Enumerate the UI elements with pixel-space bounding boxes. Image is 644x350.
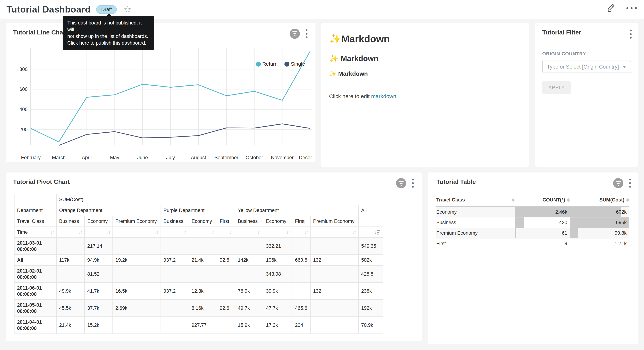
table-row: First91.71k xyxy=(436,238,629,249)
pivot-cell: 465.6 xyxy=(292,300,310,317)
travel-class-cell: Economy xyxy=(436,207,515,218)
column-header-count[interactable]: COUNT(*) xyxy=(515,194,570,207)
markdown-edit-link[interactable]: markdown xyxy=(371,93,396,99)
sort-icon[interactable] xyxy=(567,198,570,202)
filter-indicator-icon[interactable] xyxy=(396,178,406,188)
table-row: Premium Economy6199.8k xyxy=(436,228,629,238)
pivot-sort-cell[interactable]: ↓↑ xyxy=(84,227,113,238)
draft-tooltip: This dashboard is not published, it will… xyxy=(62,16,154,50)
pivot-travel-class-col: Premium Economy xyxy=(310,216,358,227)
pivot-cell: 70.9k xyxy=(358,317,383,334)
svg-text:June: June xyxy=(137,155,148,160)
pivot-cell: 343.98 xyxy=(263,266,292,282)
sort-icon[interactable]: ↓↑ xyxy=(304,229,308,235)
table-kebab-menu-icon[interactable] xyxy=(628,178,632,188)
table-row: Economy2.46k602k xyxy=(436,207,629,218)
travel-class-cell: First xyxy=(436,238,515,249)
pivot-sort-cell[interactable]: ↓↑ xyxy=(263,227,292,238)
svg-text:April: April xyxy=(82,155,92,160)
pivot-travel-class-col: Business xyxy=(161,216,189,227)
sort-descending-icon[interactable]: ↓ xyxy=(374,230,380,235)
svg-text:March: March xyxy=(52,155,66,160)
pivot-column-group: Purple Department xyxy=(161,205,235,216)
tooltip-line: This dashboard is not published, it will xyxy=(67,20,149,33)
pivot-column-group: Yellow Department xyxy=(235,205,358,216)
filter-kebab-menu-icon[interactable] xyxy=(629,29,633,39)
pivot-sort-cell[interactable]: ↓↑ xyxy=(292,227,310,238)
origin-country-select[interactable]: Type or Select [Origin Country] xyxy=(542,60,631,73)
pivot-cell: 937.2 xyxy=(161,282,189,300)
markdown-h2: ✨ Markdown xyxy=(329,54,521,63)
edit-pencil-icon[interactable] xyxy=(606,3,616,13)
pivot-row-header: 2011-04-01 00:00:00 xyxy=(14,317,56,334)
pivot-cell xyxy=(235,266,263,282)
svg-text:July: July xyxy=(166,155,175,160)
apply-button[interactable]: APPLY xyxy=(542,81,571,94)
svg-text:October: October xyxy=(246,155,263,160)
sort-icon[interactable]: ↓↑ xyxy=(286,229,290,235)
pivot-travel-class-col: First xyxy=(217,216,235,227)
column-header-travel-class[interactable]: Travel Class xyxy=(436,194,515,207)
svg-text:September: September xyxy=(214,155,238,160)
pivot-row-header: 2011-03-01 00:00:00 xyxy=(14,238,56,254)
pivot-cell: 117k xyxy=(56,254,84,266)
pivot-travel-class-col: Business xyxy=(56,216,84,227)
sort-icon[interactable]: ↓↑ xyxy=(211,229,214,235)
pivot-sort-cell[interactable]: ↓↑ xyxy=(217,227,235,238)
sort-icon[interactable]: ↓↑ xyxy=(257,229,260,235)
sort-icon[interactable]: ↓↑ xyxy=(352,229,356,235)
line-chart-plot[interactable]: 200400600800FebruaryMarchAprilMayJuneJul… xyxy=(11,46,312,162)
pivot-cell: 2.69k xyxy=(113,300,161,317)
pivot-sort-cell[interactable]: ↓↑ xyxy=(161,227,189,238)
svg-text:800: 800 xyxy=(20,66,28,72)
pivot-cell xyxy=(161,300,189,317)
pivot-row-header: 2011-05-01 00:00:00 xyxy=(14,300,56,317)
tooltip-line: Click here to publish this dashboard. xyxy=(67,40,149,46)
tooltip-line: not show up in the list of dashboards. xyxy=(67,33,149,40)
filter-card: Tutorial Filter ORIGIN COUNTRY Type or S… xyxy=(535,23,638,167)
line-chart-kebab-menu-icon[interactable] xyxy=(304,28,308,39)
svg-text:600: 600 xyxy=(20,86,28,92)
sum-cost-cell: 99.8k xyxy=(570,228,629,238)
pivot-cell xyxy=(113,238,161,254)
sort-icon[interactable]: ↓↑ xyxy=(78,229,82,235)
pivot-cell: 132 xyxy=(310,254,358,266)
sort-icon[interactable]: ↓↑ xyxy=(107,229,110,235)
sort-icon[interactable] xyxy=(626,198,629,202)
sort-icon[interactable]: ↓↑ xyxy=(183,229,186,235)
pivot-sort-cell[interactable]: ↓↑ xyxy=(310,227,358,238)
pivot-cell: 76.9k xyxy=(235,282,263,300)
sort-icon[interactable] xyxy=(512,198,515,202)
pivot-cell: 669.6 xyxy=(292,254,310,266)
pivot-sort-cell[interactable]: ↓↑ xyxy=(113,227,161,238)
markdown-paragraph: Click here to edit markdown xyxy=(329,93,521,100)
pivot-column-group: All xyxy=(358,205,383,216)
count-cell: 9 xyxy=(515,238,570,249)
pivot-kebab-menu-icon[interactable] xyxy=(411,178,415,188)
filter-indicator-icon[interactable] xyxy=(290,29,300,39)
sort-icon[interactable]: ↓↑ xyxy=(50,229,54,235)
pivot-cell xyxy=(56,238,84,254)
pivot-cell xyxy=(161,238,189,254)
pivot-cell: 41.7k xyxy=(84,282,113,300)
pivot-cell: 21.4k xyxy=(189,254,217,266)
sort-icon[interactable]: ↓↑ xyxy=(155,229,158,235)
sort-icon[interactable]: ↓↑ xyxy=(229,229,232,235)
pivot-cell: 92.6 xyxy=(217,254,235,266)
pivot-cell xyxy=(310,266,358,282)
pivot-cell: 12.3k xyxy=(189,282,217,300)
pivot-cell xyxy=(189,266,217,282)
status-badge[interactable]: Draft xyxy=(96,5,117,14)
header-more-menu-icon[interactable] xyxy=(626,3,637,13)
filter-indicator-icon[interactable] xyxy=(613,178,623,188)
pivot-cell xyxy=(161,317,189,334)
pivot-cell xyxy=(161,266,189,282)
pivot-sort-cell[interactable]: ↓↑ xyxy=(189,227,217,238)
pivot-sort-cell[interactable]: ↓ xyxy=(358,227,383,238)
star-icon[interactable] xyxy=(123,5,132,14)
pivot-sort-cell[interactable]: ↓↑ xyxy=(235,227,263,238)
pivot-time-header[interactable]: Time↓↑ xyxy=(14,227,56,238)
svg-text:February: February xyxy=(21,155,41,160)
pivot-sort-cell[interactable]: ↓↑ xyxy=(56,227,84,238)
column-header-sum-cost[interactable]: SUM(Cost) xyxy=(570,194,629,207)
